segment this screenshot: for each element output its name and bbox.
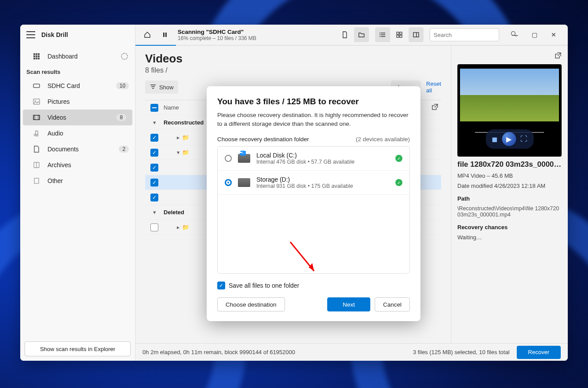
stop-icon[interactable]: ◼	[492, 135, 497, 143]
open-external-icon[interactable]	[431, 103, 441, 112]
scan-subtitle: 16% complete – 10 files / 336 MB	[178, 35, 256, 41]
show-filter-label: Show	[159, 84, 174, 91]
row-checkbox[interactable]	[150, 179, 158, 187]
radio-button[interactable]	[225, 179, 232, 186]
ok-badge-icon: ✓	[395, 179, 402, 186]
sidebar-item-other[interactable]: Other	[20, 173, 135, 189]
device-meta: Internal 476 GB disk • 57.7 GB available	[256, 159, 389, 165]
search-box[interactable]	[430, 28, 499, 41]
sidebar-item-dashboard[interactable]: Dashboard	[20, 48, 135, 64]
svg-rect-8	[38, 58, 40, 59]
svg-rect-28	[397, 32, 399, 34]
sidebar-item-pictures[interactable]: Pictures	[20, 94, 135, 110]
chevron-right-icon[interactable]: ▾	[174, 149, 182, 156]
svg-point-25	[380, 33, 380, 33]
row-checkbox[interactable]	[150, 134, 158, 142]
preview-filename: file 1280x720 03m23s_0000…	[457, 160, 562, 169]
row-checkbox[interactable]	[150, 223, 158, 231]
svg-rect-3	[33, 55, 35, 57]
device-row-storage-d[interactable]: Storage (D:) Internal 931 GB disk • 175 …	[218, 171, 409, 195]
show-filter-button[interactable]: Show	[145, 81, 178, 94]
svg-rect-32	[413, 33, 419, 37]
fullscreen-icon[interactable]: ⛶	[520, 135, 527, 143]
row-checkbox[interactable]	[150, 164, 158, 172]
sidebar-item-label: Audio	[47, 130, 63, 137]
sidebar-item-label: Other	[47, 177, 63, 184]
maximize-button[interactable]: ▢	[525, 27, 544, 42]
ok-badge-icon: ✓	[395, 155, 402, 162]
svg-point-27	[380, 36, 380, 37]
next-button[interactable]: Next	[327, 297, 370, 311]
reset-all-link[interactable]: Reset all	[426, 81, 441, 94]
sidebar-item-sdhc-card[interactable]: SDHC Card 10	[20, 78, 135, 94]
modal-description: Please choose recovery destination. It i…	[217, 111, 410, 128]
choose-destination-button[interactable]: Choose destination	[217, 297, 285, 311]
home-button[interactable]	[140, 27, 155, 42]
svg-rect-6	[33, 58, 35, 59]
row-checkbox[interactable]	[150, 149, 158, 157]
svg-rect-13	[33, 115, 35, 120]
row-checkbox[interactable]	[150, 194, 158, 201]
file-view-button[interactable]	[337, 27, 352, 42]
sidebar-item-documents[interactable]: Documents 2	[20, 141, 135, 157]
chevron-down-icon[interactable]: ▾	[150, 209, 158, 216]
recover-button[interactable]: Recover	[517, 346, 561, 359]
path-label: Path	[457, 195, 562, 202]
minimize-button[interactable]: —	[505, 27, 525, 42]
play-button[interactable]: ▶	[502, 132, 516, 146]
folder-icon: 📁	[182, 134, 189, 141]
list-view-button[interactable]	[375, 27, 390, 42]
svg-rect-7	[36, 58, 37, 59]
modal-title: You have 3 files / 125 MB to recover	[217, 97, 410, 106]
svg-point-15	[34, 134, 36, 136]
chevron-down-icon[interactable]: ▾	[150, 119, 158, 126]
svg-rect-2	[38, 53, 40, 55]
device-name: Local Disk (C:)	[256, 152, 389, 159]
show-in-explorer-button[interactable]: Show scan results in Explorer	[25, 341, 131, 356]
preview-date: Date modified 4/26/2023 12:18 AM	[457, 183, 562, 189]
sidebar-item-videos[interactable]: Videos 8	[23, 110, 132, 125]
hamburger-icon[interactable]	[26, 30, 35, 39]
sidebar-footer: Show scan results in Explorer	[20, 337, 135, 361]
disk-icon	[238, 178, 250, 187]
status-right: 3 files (125 MB) selected, 10 files tota…	[413, 349, 510, 355]
chances-value: Waiting…	[457, 234, 562, 241]
page-title: Videos	[145, 52, 441, 66]
video-preview[interactable]: ◼ ▶ ⛶	[457, 64, 562, 157]
sidebar-header: Disk Drill	[20, 25, 135, 45]
search-input[interactable]	[434, 32, 508, 38]
sidebar-item-archives[interactable]: Archives	[20, 157, 135, 173]
folder-view-button[interactable]	[354, 27, 369, 42]
sidebar-item-label: Videos	[47, 114, 66, 121]
count-badge: 2	[119, 146, 129, 153]
svg-rect-21	[165, 33, 167, 37]
device-name: Storage (D:)	[256, 176, 389, 183]
grid-icon	[33, 52, 40, 60]
sidebar: Disk Drill Dashboard Scan results SDHC C…	[20, 25, 135, 361]
svg-rect-9	[33, 84, 40, 88]
device-meta: Internal 931 GB disk • 175 GB available	[256, 183, 389, 189]
radio-button[interactable]	[225, 155, 232, 162]
popout-icon[interactable]	[555, 52, 562, 61]
select-all-checkbox[interactable]	[150, 104, 158, 112]
status-left: 0h 2m elapsed, 0h 11m remain, block 9990…	[142, 349, 295, 355]
chevron-right-icon[interactable]: ▸	[174, 134, 182, 141]
device-row-local-c[interactable]: Local Disk (C:) Internal 476 GB disk • 5…	[218, 146, 409, 171]
preview-panel-button[interactable]	[409, 27, 424, 42]
save-all-checkbox[interactable]	[217, 282, 225, 289]
svg-rect-5	[38, 55, 40, 57]
sidebar-item-label: Archives	[47, 161, 71, 168]
cancel-button[interactable]: Cancel	[375, 297, 410, 311]
folder-icon: 📁	[182, 224, 189, 231]
close-button[interactable]: ✕	[544, 27, 563, 42]
path-value: \Reconstructed\Videos\mp4\file 1280x720 …	[457, 205, 562, 218]
sidebar-item-audio[interactable]: Audio	[20, 125, 135, 141]
grid-view-button[interactable]	[392, 27, 407, 42]
sidebar-item-label: Dashboard	[47, 53, 78, 60]
count-badge: 10	[116, 82, 129, 89]
chevron-right-icon[interactable]: ▸	[174, 224, 182, 231]
topbar: Scanning "SDHC Card" 16% complete – 10 f…	[135, 25, 568, 46]
filter-icon	[150, 83, 157, 92]
pause-button[interactable]	[157, 27, 172, 42]
svg-rect-31	[400, 35, 402, 37]
